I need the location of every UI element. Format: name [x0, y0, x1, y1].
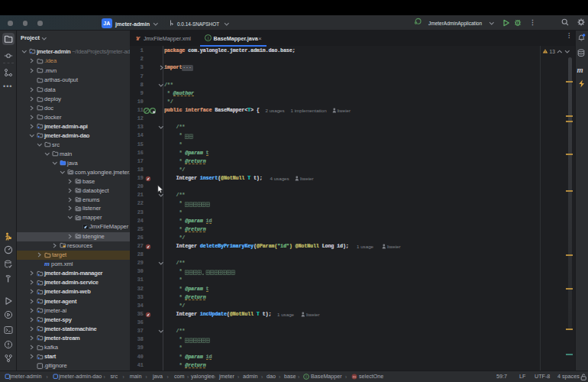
- svg-text:m: m: [353, 374, 357, 379]
- svg-text:I: I: [305, 374, 307, 379]
- svg-text:I: I: [208, 36, 209, 40]
